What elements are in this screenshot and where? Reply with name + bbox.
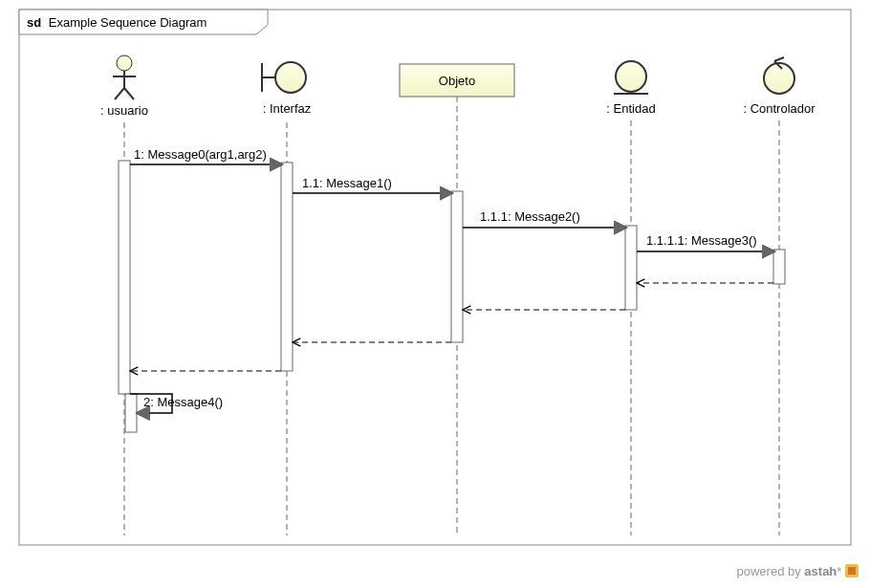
- activation-interfaz: [281, 163, 293, 371]
- activation-usuario: [119, 161, 130, 394]
- message-2-label: 2: Message4(): [143, 395, 223, 409]
- svg-point-0: [117, 55, 132, 71]
- svg-line-3: [115, 88, 124, 99]
- activation-usuario-self: [125, 394, 137, 432]
- svg-line-4: [124, 88, 134, 99]
- svg-point-15: [764, 63, 794, 94]
- lifeline-interfaz-label: : Interfaz: [263, 101, 312, 116]
- svg-point-12: [616, 61, 646, 92]
- svg-point-8: [275, 62, 306, 93]
- sequence-diagram: sd Example Sequence Diagram : usuario : …: [0, 0, 870, 559]
- frame-title: sd Example Sequence Diagram: [27, 15, 207, 30]
- lifeline-usuario-label: : usuario: [100, 103, 148, 118]
- frame-prefix: sd: [27, 15, 41, 30]
- message-1-1-1-label: 1.1.1: Message2(): [480, 209, 580, 224]
- activation-objeto: [451, 191, 463, 342]
- lifeline-objeto-label: Objeto: [439, 74, 475, 88]
- message-1-1-label: 1.1: Message1(): [302, 176, 392, 190]
- lifeline-controlador-label: : Controlador: [743, 101, 816, 116]
- message-1-1-1-1-label: 1.1.1.1: Message3(): [646, 233, 757, 248]
- message-1-label: 1: Message0(arg1,arg2): [134, 147, 267, 162]
- activation-entidad: [625, 226, 637, 310]
- frame-name: Example Sequence Diagram: [49, 15, 207, 30]
- lifeline-controlador: : Controlador: [743, 57, 816, 535]
- lifeline-entidad-label: : Entidad: [606, 101, 655, 116]
- activation-controlador: [773, 250, 785, 284]
